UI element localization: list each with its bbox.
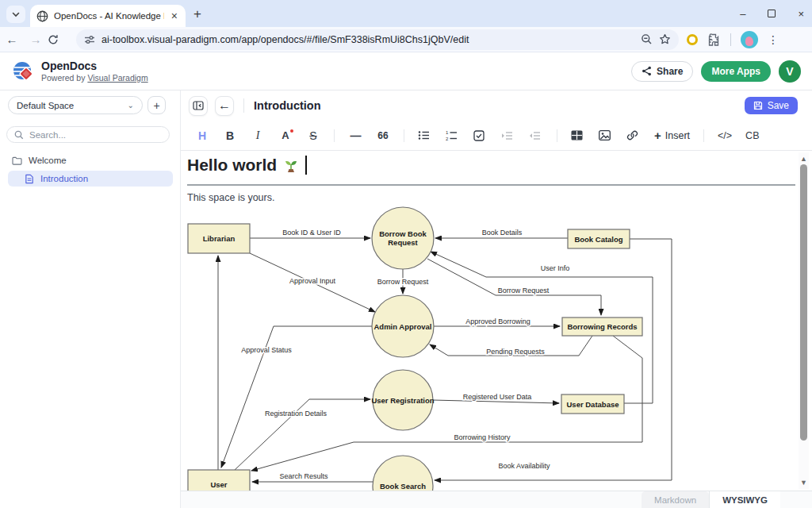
forward-icon[interactable]: → — [24, 33, 48, 46]
tab-close-icon[interactable]: × — [170, 10, 179, 22]
scroll-down-icon[interactable]: ▼ — [799, 479, 809, 487]
chevron-down-icon — [11, 10, 21, 19]
site-settings-icon[interactable] — [84, 34, 95, 45]
edge-label-borrowing-history: Borrowing History — [454, 433, 511, 441]
visual-paradigm-link[interactable]: Visual Paradigm — [87, 73, 147, 83]
sidebar-item-introduction[interactable]: Introduction — [8, 171, 173, 187]
markdown-mode-tab[interactable]: Markdown — [642, 491, 709, 508]
app-header: OpenDocs Powered by Visual Paradigm Shar… — [0, 52, 812, 90]
tab-strip: OpenDocs - AI Knowledge Base × + – × — [0, 0, 812, 27]
link-button[interactable] — [626, 129, 641, 141]
insert-button[interactable]: + Insert — [654, 129, 690, 142]
task-list-button[interactable] — [473, 130, 488, 141]
zoom-out-icon[interactable] — [641, 33, 653, 45]
dfd-svg: LibrarianBook CatalogBorrowing RecordsUs… — [181, 205, 799, 491]
maximize-button[interactable] — [768, 10, 776, 17]
navbar-right: ⋮ — [687, 31, 779, 48]
back-icon[interactable]: ← — [0, 33, 24, 46]
italic-button[interactable]: I — [251, 129, 265, 142]
add-space-button[interactable]: + — [147, 96, 166, 114]
divider — [243, 98, 244, 113]
document-area: ← Introduction Save H B I A S — 66 — [181, 90, 812, 508]
more-apps-button[interactable]: More Apps — [701, 61, 771, 82]
powered-by: Powered by Visual Paradigm — [41, 73, 148, 83]
document-icon — [25, 174, 34, 184]
document-heading: Hello world — [187, 156, 277, 175]
url-text: ai-toolbox.visual-paradigm.com/app/opend… — [102, 34, 634, 45]
edge-book-availability — [435, 239, 672, 480]
user-avatar[interactable]: V — [779, 60, 801, 83]
minimize-button[interactable]: – — [740, 8, 745, 20]
svg-text:1: 1 — [446, 130, 449, 135]
app-name: OpenDocs — [41, 60, 148, 72]
scroll-up-icon[interactable]: ▲ — [799, 155, 809, 163]
back-icon: ← — [218, 98, 231, 113]
table-button[interactable] — [571, 130, 585, 140]
node-label-admin-approval: Admin Approval — [373, 322, 431, 331]
blockquote-button[interactable]: 66 — [376, 130, 390, 141]
extensions-puzzle-icon[interactable] — [707, 33, 721, 46]
bold-button[interactable]: B — [223, 129, 237, 142]
opendocs-logo — [11, 60, 35, 83]
space-selector[interactable]: Default Space ⌄ — [8, 96, 143, 114]
document-header: ← Introduction Save — [181, 90, 812, 121]
browser-window: OpenDocs - AI Knowledge Base × + – × ← →… — [0, 0, 812, 508]
tab-search-button[interactable] — [6, 6, 25, 23]
globe-favicon — [36, 10, 48, 22]
edge-label-pending-requests: Pending Requests — [486, 348, 545, 356]
scrollbar-thumb[interactable] — [800, 164, 807, 441]
profile-avatar[interactable] — [741, 31, 758, 48]
text-caret — [305, 156, 307, 175]
close-window-button[interactable]: × — [798, 8, 804, 20]
edge-label-book-availability: Book Availability — [499, 462, 550, 470]
image-button[interactable] — [599, 130, 613, 140]
editor-content[interactable]: Hello world This space is yours. Librari… — [181, 151, 812, 491]
divider — [557, 129, 557, 142]
save-icon — [753, 101, 763, 110]
node-label-user-registration: User Registration — [371, 396, 434, 405]
edge-label-book-id-user-id: Book ID & User ID — [282, 229, 341, 237]
indent-button[interactable] — [501, 131, 515, 140]
back-button[interactable]: ← — [215, 96, 234, 116]
search-icon — [14, 130, 24, 140]
collapse-panel-icon — [193, 101, 204, 110]
chevron-down-icon: ⌄ — [128, 101, 134, 110]
numbered-list-button[interactable]: 12 — [446, 130, 460, 140]
edge-label-borrow-request-records: Borrow Request — [498, 287, 550, 294]
vertical-scrollbar[interactable]: ▲ ▼ — [799, 152, 809, 489]
code-block-button[interactable]: CB — [745, 130, 759, 141]
sidebar-item-welcome[interactable]: Welcome — [0, 152, 181, 168]
strikethrough-button[interactable]: S — [306, 129, 320, 142]
horizontal-rule-button[interactable]: — — [348, 129, 362, 142]
save-button[interactable]: Save — [745, 97, 798, 114]
edge-label-user-info: User Info — [541, 264, 570, 272]
heading-button[interactable]: H — [195, 129, 209, 142]
edge-label-approved-borrowing: Approved Borrowing — [465, 318, 530, 325]
seedling-emoji — [283, 157, 299, 173]
bullet-list-button[interactable] — [418, 130, 432, 140]
edge-label-approval-status: Approval Status — [241, 346, 292, 354]
url-bar[interactable]: ai-toolbox.visual-paradigm.com/app/opend… — [76, 29, 679, 50]
plus-icon: + — [654, 129, 661, 142]
outdent-button[interactable] — [529, 131, 543, 140]
menu-icon[interactable]: ⋮ — [768, 33, 779, 46]
share-button[interactable]: Share — [631, 61, 693, 82]
search-placeholder: Search... — [29, 130, 66, 140]
node-label-user: User — [210, 480, 227, 489]
reload-icon[interactable] — [48, 34, 71, 45]
extension-icon[interactable] — [687, 34, 698, 45]
divider — [730, 33, 731, 46]
heading-rule — [187, 184, 795, 186]
font-color-button[interactable]: A — [278, 129, 293, 141]
inline-code-button[interactable]: </> — [718, 130, 732, 141]
folder-icon — [12, 156, 22, 165]
edge-label-borrow-request-down: Borrow Request — [377, 278, 429, 286]
toggle-sidebar-button[interactable] — [189, 96, 208, 116]
new-tab-button[interactable]: + — [193, 6, 201, 22]
svg-text:2: 2 — [446, 137, 449, 141]
search-input[interactable]: Search... — [6, 126, 170, 143]
divider — [703, 129, 704, 142]
browser-tab[interactable]: OpenDocs - AI Knowledge Base × — [30, 5, 186, 27]
wysiwyg-mode-tab[interactable]: WYSIWYG — [709, 491, 780, 508]
bookmark-star-icon[interactable] — [659, 33, 671, 45]
